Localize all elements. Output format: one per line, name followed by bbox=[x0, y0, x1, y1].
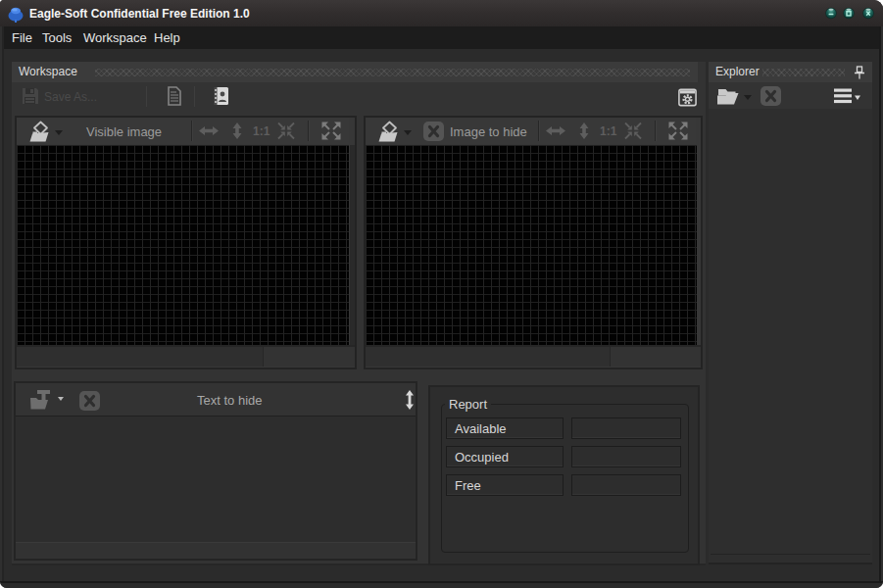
svg-text:1:1: 1:1 bbox=[600, 124, 617, 138]
svg-text:1:1: 1:1 bbox=[253, 124, 270, 138]
